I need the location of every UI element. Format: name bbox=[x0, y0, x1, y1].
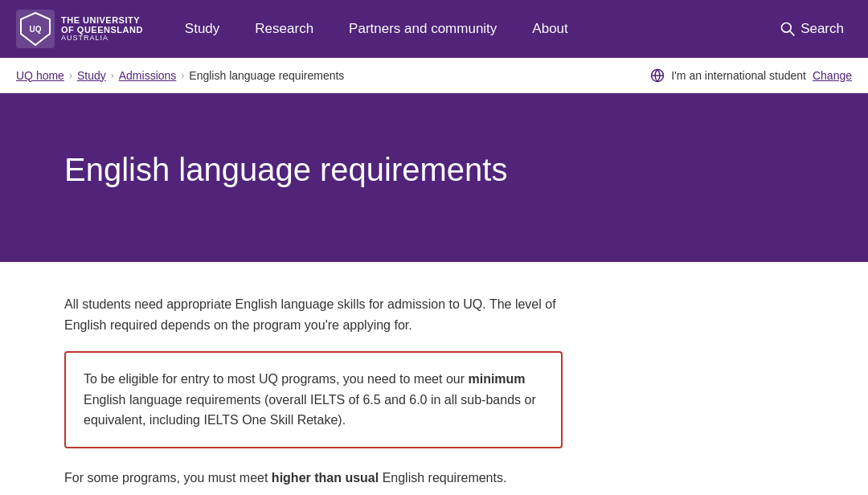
minimum-requirements-box: To be eligible for entry to most UQ prog… bbox=[64, 351, 563, 448]
student-status-label: I'm an international student bbox=[671, 69, 806, 82]
highlight-before: To be eligible for entry to most UQ prog… bbox=[84, 372, 468, 386]
search-label: Search bbox=[800, 21, 844, 37]
breadcrumb-admissions[interactable]: Admissions bbox=[119, 69, 177, 82]
svg-line-4 bbox=[790, 31, 794, 35]
main-content: All students need appropriate English la… bbox=[0, 262, 627, 495]
hero-section: English language requirements bbox=[0, 93, 868, 262]
breadcrumb: UQ home › Study › Admissions › English l… bbox=[16, 69, 344, 82]
breadcrumb-bar: UQ home › Study › Admissions › English l… bbox=[0, 58, 868, 93]
globe-icon bbox=[650, 68, 665, 83]
highlight-bold: minimum bbox=[468, 372, 525, 386]
nav-study[interactable]: Study bbox=[167, 0, 237, 58]
highlight-after: English language requirements (overall I… bbox=[84, 393, 536, 428]
breadcrumb-sep-1: › bbox=[69, 70, 72, 81]
svg-point-3 bbox=[782, 23, 792, 33]
svg-text:UQ: UQ bbox=[30, 25, 42, 34]
search-button[interactable]: Search bbox=[772, 21, 852, 37]
search-icon bbox=[780, 21, 796, 37]
change-student-status-link[interactable]: Change bbox=[813, 69, 852, 82]
breadcrumb-sep-3: › bbox=[181, 70, 184, 81]
breadcrumb-home[interactable]: UQ home bbox=[16, 69, 64, 82]
intro-text: All students need appropriate English la… bbox=[64, 294, 563, 335]
main-nav: UQ THE UNIVERSITY OF QUEENSLAND AUSTRALI… bbox=[0, 0, 868, 58]
some-programs-text: For some programs, you must meet higher … bbox=[64, 468, 563, 489]
nav-partners[interactable]: Partners and community bbox=[331, 0, 514, 58]
some-programs-bold: higher than usual bbox=[272, 471, 379, 485]
breadcrumb-current: English language requirements bbox=[189, 69, 344, 82]
some-programs-before: For some programs, you must meet bbox=[64, 471, 272, 485]
nav-links: Study Research Partners and community Ab… bbox=[167, 0, 772, 58]
nav-research[interactable]: Research bbox=[237, 0, 331, 58]
nav-about[interactable]: About bbox=[514, 0, 585, 58]
breadcrumb-study[interactable]: Study bbox=[77, 69, 106, 82]
breadcrumb-sep-2: › bbox=[111, 70, 114, 81]
page-title: English language requirements bbox=[64, 150, 507, 189]
student-toggle: I'm an international student Change bbox=[650, 68, 852, 83]
some-programs-after: English requirements. bbox=[379, 471, 506, 485]
university-logo[interactable]: UQ THE UNIVERSITY OF QUEENSLAND AUSTRALI… bbox=[16, 10, 143, 48]
